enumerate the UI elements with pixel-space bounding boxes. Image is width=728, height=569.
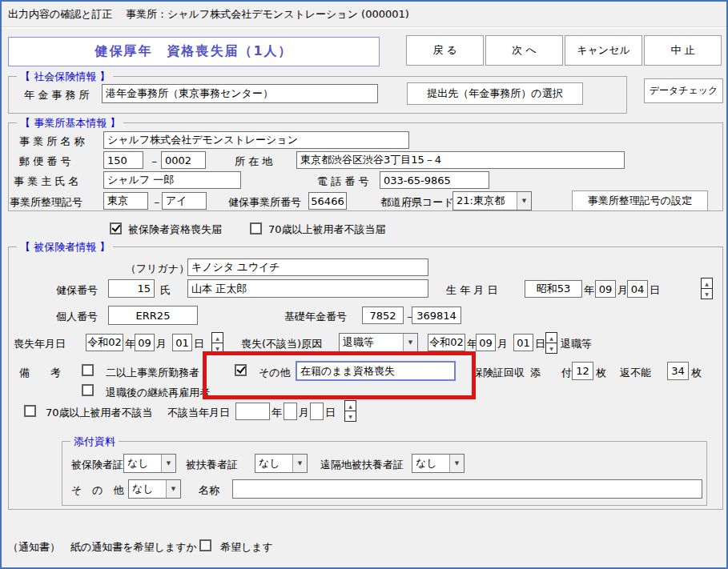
spinner-down-icon[interactable]: ▼ xyxy=(545,343,557,354)
pension2-input[interactable]: 369814 xyxy=(412,307,461,324)
unreturnable-count-input[interactable]: 34 xyxy=(667,362,689,380)
dependent-card-select[interactable]: なし ▼ xyxy=(255,454,308,473)
owner-label: 事 業 主 氏 名 xyxy=(14,175,79,187)
spinner-up-icon[interactable]: ▲ xyxy=(211,332,223,343)
pref-code-label: 都道府県コード xyxy=(380,196,454,208)
personal-number-label: 個人番号 xyxy=(56,311,98,323)
dropdown-arrow-icon[interactable]: ▼ xyxy=(292,455,307,472)
attach-other-label: そ の 他 xyxy=(71,484,124,496)
kenpo-number-input[interactable]: 15 xyxy=(108,279,155,298)
birth-era-input[interactable]: 昭和53 xyxy=(525,280,582,298)
na-year-input[interactable] xyxy=(235,403,270,420)
screen-title: 出力内容の確認と訂正 xyxy=(8,8,113,20)
over70-na-label: 70歳以上被用者不該当 xyxy=(46,407,153,419)
loss-date-spinner[interactable]: ▲▼ xyxy=(211,332,223,354)
reason-day-unit: 日 xyxy=(535,338,545,350)
remote-dependent-card-value: なし xyxy=(412,455,449,472)
cancel-button[interactable]: キャンセル xyxy=(565,35,642,66)
spinner-up-icon[interactable]: ▲ xyxy=(344,400,356,411)
dropdown-arrow-icon[interactable]: ▼ xyxy=(403,334,417,351)
reason-date-spinner[interactable]: ▲▼ xyxy=(545,332,557,354)
spinner-up-icon[interactable]: ▲ xyxy=(545,332,557,343)
loss-reason-select[interactable]: 退職等 ▼ xyxy=(339,333,418,352)
furigana-label: （フリガナ） xyxy=(126,262,189,274)
notice-question-label: （通知書） 紙の通知書を希望しますか？ xyxy=(8,541,207,553)
office-name-input[interactable]: シャルフ株式会社デモンストレーション xyxy=(103,131,409,149)
attach-other-select[interactable]: なし ▼ xyxy=(128,479,181,499)
owner-input[interactable]: シャルフ 一郎 xyxy=(103,171,241,189)
pension-office-label: 年 金 事 務 所 xyxy=(24,89,90,101)
card-recovery-label: 保険証回収 xyxy=(473,367,525,379)
data-check-button[interactable]: データチェック xyxy=(644,78,723,103)
reason-month-input[interactable]: 09 xyxy=(476,334,496,351)
next-button[interactable]: 次 へ xyxy=(485,35,563,66)
abort-button[interactable]: 中 止 xyxy=(644,35,722,66)
multi-office-label: 二以上事業所勤務者 xyxy=(106,367,199,379)
loss-day-unit: 日 xyxy=(194,338,204,350)
pref-code-value: 21:東京都 xyxy=(453,192,517,210)
tel-input[interactable]: 033-65-9865 xyxy=(380,171,489,189)
loss-notification-label: 被保険者資格喪失届 xyxy=(128,223,222,235)
birthdate-label: 生 年 月 日 xyxy=(446,284,497,296)
dependent-card-label: 被扶養者証 xyxy=(186,459,238,471)
attach-name-label: 名称 xyxy=(199,484,219,496)
rehire-checkbox[interactable] xyxy=(82,384,94,396)
dropdown-arrow-icon[interactable]: ▼ xyxy=(449,455,464,472)
kenpo-office-no-input[interactable]: 56466 xyxy=(308,192,347,210)
pension-office-input[interactable]: 港年金事務所（東京事務センター） xyxy=(102,84,378,103)
zip2-input[interactable]: 0002 xyxy=(161,151,206,169)
office-name-label: 事 業 所 名 称 xyxy=(19,135,85,147)
over70-notification-checkbox[interactable] xyxy=(250,222,262,234)
zip1-input[interactable]: 150 xyxy=(103,151,143,169)
multi-office-checkbox[interactable] xyxy=(82,364,94,376)
dropdown-arrow-icon[interactable]: ▼ xyxy=(517,192,531,210)
dropdown-arrow-icon[interactable]: ▼ xyxy=(161,455,175,472)
insured-info-group-title: 【 被保険者情報 】 xyxy=(17,240,113,254)
na-day-input[interactable] xyxy=(310,403,324,420)
personal-number-input[interactable]: ERR25 xyxy=(108,306,198,325)
birth-year-unit: 年 xyxy=(584,284,594,296)
furigana-input[interactable]: キノシタ ユウイチ xyxy=(187,258,428,276)
office-code-dash: － xyxy=(151,196,162,208)
spinner-up-icon[interactable]: ▲ xyxy=(701,278,713,289)
na-year-unit: 年 xyxy=(271,407,282,419)
loss-era-input[interactable]: 令和02 xyxy=(86,334,123,351)
back-button[interactable]: 戻 る xyxy=(406,35,484,66)
attach-count-input[interactable]: 12 xyxy=(572,362,593,380)
pref-code-select[interactable]: 21:東京都 ▼ xyxy=(452,191,532,210)
loss-day-input[interactable]: 01 xyxy=(172,334,192,351)
loss-notification-checkbox[interactable] xyxy=(110,222,122,234)
spinner-down-icon[interactable]: ▼ xyxy=(344,411,356,422)
loss-reason-label: 喪失(不該当)原因 xyxy=(241,338,322,350)
dependent-card-value: なし xyxy=(255,455,292,472)
address-input[interactable]: 東京都渋谷区渋谷3丁目15－4 xyxy=(296,151,625,169)
over70-na-checkbox[interactable] xyxy=(24,405,36,417)
attach-name-input[interactable] xyxy=(232,479,702,499)
unreturnable-label: 返不能 xyxy=(620,367,651,379)
insured-name-input[interactable]: 山本 正太郎 xyxy=(187,279,428,298)
select-destination-button[interactable]: 提出先（年金事務所）の選択 xyxy=(407,82,583,105)
birth-day-input[interactable]: 04 xyxy=(627,280,648,298)
reason-era-input[interactable]: 令和02 xyxy=(428,334,465,351)
pension1-input[interactable]: 7852 xyxy=(362,307,404,324)
na-month-input[interactable] xyxy=(284,403,297,420)
reason-day-input[interactable]: 01 xyxy=(513,334,533,351)
office-code2-input[interactable]: アイ xyxy=(162,192,207,210)
office-code1-input[interactable]: 東京 xyxy=(103,192,148,210)
loss-month-input[interactable]: 09 xyxy=(135,334,155,351)
na-date-label: 不該当年月日 xyxy=(167,407,230,419)
birth-date-spinner[interactable]: ▲▼ xyxy=(701,278,713,299)
na-month-unit: 月 xyxy=(299,407,309,419)
insured-card-value: なし xyxy=(124,455,161,472)
na-date-spinner[interactable]: ▲▼ xyxy=(344,400,356,422)
notice-checkbox[interactable] xyxy=(199,539,211,551)
confirmation-window: 出力内容の確認と訂正 事業所：シャルフ株式会社デモンストレーション (00000… xyxy=(0,0,728,569)
insured-card-label: 被保険者証 xyxy=(71,459,123,471)
code-setting-button[interactable]: 事業所整理記号の設定 xyxy=(572,190,708,211)
loss-date-label: 喪失年月日 xyxy=(14,338,66,350)
spinner-down-icon[interactable]: ▼ xyxy=(701,288,713,299)
insured-card-select[interactable]: なし ▼ xyxy=(123,454,176,473)
dropdown-arrow-icon[interactable]: ▼ xyxy=(166,480,180,498)
birth-month-input[interactable]: 09 xyxy=(595,280,616,298)
remote-dependent-card-select[interactable]: なし ▼ xyxy=(412,454,465,473)
